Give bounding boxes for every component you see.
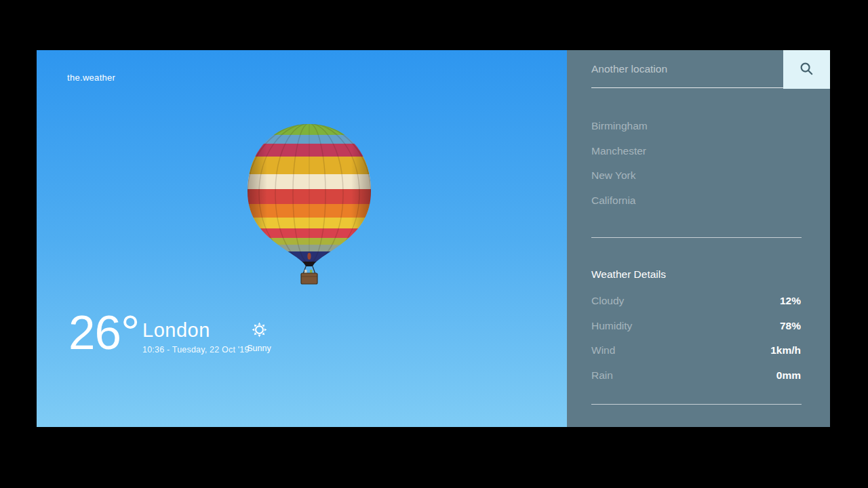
detail-value: 78% <box>780 320 801 332</box>
current-datetime: 10:36 - Tuesday, 22 Oct '19 <box>142 345 250 354</box>
search-button[interactable] <box>783 50 830 89</box>
location-item-manchester[interactable]: Manchester <box>591 139 801 164</box>
detail-value: 12% <box>780 295 801 307</box>
current-temperature: 26° <box>68 308 139 357</box>
detail-label: Rain <box>591 369 613 382</box>
divider <box>591 404 802 405</box>
divider <box>591 237 802 238</box>
detail-row-humidity: Humidity 78% <box>591 314 801 339</box>
detail-label: Wind <box>591 344 615 357</box>
main-weather-pane: the.weather <box>37 50 567 427</box>
current-location-block: London 10:36 - Tuesday, 22 Oct '19 <box>142 319 250 354</box>
detail-value: 0mm <box>776 369 801 382</box>
search-input[interactable] <box>591 50 783 88</box>
detail-row-cloudy: Cloudy 12% <box>591 289 801 314</box>
location-item-california[interactable]: California <box>591 188 801 214</box>
location-item-birmingham[interactable]: Birmingham <box>591 114 801 139</box>
current-condition-block: Sunny <box>238 321 280 353</box>
search-icon <box>799 61 814 79</box>
hot-air-balloon-image <box>244 123 374 286</box>
app-logo: the.weather <box>67 73 115 83</box>
weather-details-rows: Cloudy 12% Humidity 78% Wind 1km/h Rain … <box>591 289 801 388</box>
side-panel: Birmingham Manchester New York Californi… <box>567 50 830 427</box>
sun-icon <box>251 321 268 338</box>
weather-details-title: Weather Details <box>591 268 801 283</box>
detail-row-wind: Wind 1km/h <box>591 338 801 363</box>
current-city: London <box>142 319 250 342</box>
detail-value: 1km/h <box>770 344 801 357</box>
detail-row-rain: Rain 0mm <box>591 363 801 388</box>
location-item-new-york[interactable]: New York <box>591 163 801 188</box>
saved-locations-list: Birmingham Manchester New York Californi… <box>591 114 801 213</box>
detail-label: Cloudy <box>591 295 624 307</box>
condition-label: Sunny <box>238 344 280 353</box>
weather-app-window: the.weather <box>37 50 830 427</box>
weather-details-section: Weather Details Cloudy 12% Humidity 78% … <box>591 268 801 388</box>
detail-label: Humidity <box>591 320 632 332</box>
